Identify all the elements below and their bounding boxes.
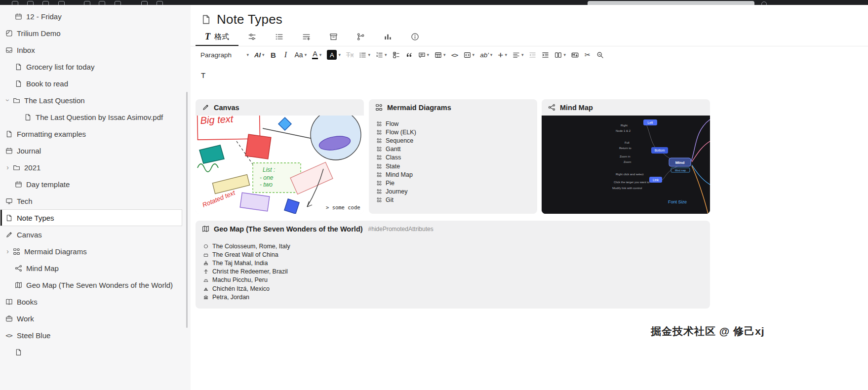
- tree-item-trilium-demo[interactable]: Trilium Demo: [0, 25, 182, 41]
- card-geomap-header[interactable]: Geo Map (The Seven Wonders of the World)…: [196, 221, 710, 237]
- block-quote-button[interactable]: [403, 48, 415, 62]
- expand-chevron-icon[interactable]: ›: [4, 97, 12, 104]
- remove-format-button[interactable]: Tx: [344, 48, 356, 62]
- font-color-dropdown[interactable]: A▾: [310, 48, 323, 62]
- pyramid-icon: [202, 286, 209, 291]
- tree-item-12-friday[interactable]: 12 - Friday: [0, 8, 182, 25]
- tab-basic-properties[interactable]: [238, 28, 266, 46]
- mermaid-item-mind-map[interactable]: Mind Map: [376, 170, 530, 179]
- bookmark-icon[interactable]: [157, 1, 163, 5]
- markdown-button[interactable]: [569, 48, 581, 62]
- note-title[interactable]: Note Types: [217, 12, 282, 27]
- tree-item-canvas[interactable]: Canvas: [0, 226, 182, 243]
- mermaid-item-state[interactable]: State: [376, 162, 530, 170]
- tree-item-grocery-list-for-today[interactable]: Grocery list for today: [0, 58, 182, 75]
- subscript-dropdown[interactable]: ab'▾: [478, 48, 494, 62]
- tree-item-mind-map[interactable]: Mind Map: [0, 260, 182, 276]
- mermaid-list: FlowFlow (ELK)SequenceGanttClassStateMin…: [369, 116, 537, 204]
- tree-item-day-template[interactable]: Day template: [0, 176, 182, 193]
- numbered-list-dropdown[interactable]: ▾: [374, 48, 389, 62]
- code-block-dropdown[interactable]: ▾: [462, 48, 477, 62]
- geo-item-christ-the-redeemer-brazil[interactable]: Christ the Redeemer, Brazil: [202, 268, 703, 276]
- tree-item-label: Inbox: [17, 46, 35, 54]
- help-icon[interactable]: [761, 1, 767, 5]
- note-content[interactable]: T: [191, 63, 868, 79]
- tree-item-the-last-question[interactable]: ›The Last Question: [0, 92, 182, 109]
- card-mermaid-header[interactable]: Mermaid Diagrams: [369, 99, 537, 116]
- geo-item-the-great-wall-of-china[interactable]: The Great Wall of China: [202, 250, 703, 259]
- geo-item-the-taj-mahal-india[interactable]: The Taj Mahal, India: [202, 259, 703, 267]
- tree-item-geo-map-the-seven-wonders-of-the-world[interactable]: Geo Map (The Seven Wonders of the World): [0, 276, 182, 293]
- paragraph-dropdown[interactable]: Paragraph▾: [198, 48, 251, 62]
- card-mindmap-header[interactable]: Mind Map: [542, 99, 710, 116]
- calendar-icon: [14, 13, 23, 20]
- geo-item-petra-jordan[interactable]: Petra, Jordan: [202, 293, 703, 301]
- quick-search-input[interactable]: [588, 1, 754, 5]
- new-tab-icon[interactable]: [58, 1, 65, 5]
- tree-item-mermaid-diagrams[interactable]: ›Mermaid Diagrams: [0, 243, 182, 260]
- tree-item-label: Books: [17, 298, 38, 306]
- tree-item-note-types[interactable]: Note Types: [0, 209, 182, 226]
- tree-item-book-to-read[interactable]: Book to read: [0, 75, 182, 92]
- tree-item-steel-blue[interactable]: <>Steel Blue: [0, 327, 182, 344]
- card-title: Geo Map (The Seven Wonders of the World): [214, 225, 363, 233]
- mermaid-item-flow[interactable]: Flow: [376, 119, 530, 128]
- mermaid-item-sequence[interactable]: Sequence: [376, 136, 530, 145]
- tab-owned-attributes[interactable]: [266, 28, 293, 46]
- history-forward-icon[interactable]: [42, 1, 49, 5]
- calendar-today-icon[interactable]: [84, 1, 90, 5]
- inline-code-button[interactable]: <>: [449, 48, 460, 62]
- find-replace-button[interactable]: [594, 48, 606, 62]
- history-back-icon[interactable]: [27, 1, 34, 5]
- table-icon: [434, 51, 442, 59]
- background-color-dropdown[interactable]: A▾: [325, 48, 343, 62]
- bulleted-list-dropdown[interactable]: ▾: [357, 48, 372, 62]
- window-icon[interactable]: [141, 1, 148, 5]
- tree-item-20[interactable]: [0, 344, 182, 360]
- menu-icon[interactable]: [12, 1, 18, 5]
- command-icon[interactable]: [115, 1, 121, 5]
- tree-item-2021[interactable]: ›2021: [0, 159, 182, 176]
- indent-button[interactable]: [540, 48, 551, 62]
- tree-item-inbox[interactable]: Inbox: [0, 41, 182, 58]
- mermaid-item-class[interactable]: Class: [376, 154, 530, 162]
- tree-item-work[interactable]: Work: [0, 310, 182, 327]
- tab-note-info[interactable]: [401, 28, 429, 46]
- tree-item-formatting-examples[interactable]: Formatting examples: [0, 125, 182, 142]
- tree-item-journal[interactable]: Journal: [0, 142, 182, 159]
- mermaid-item-pie[interactable]: Pie: [376, 179, 530, 187]
- geo-item-the-colosseum-rome-italy[interactable]: The Colosseum, Rome, Italy: [202, 242, 703, 250]
- tab-format[interactable]: T格式: [196, 28, 238, 46]
- search-icon[interactable]: [99, 1, 105, 5]
- alignment-dropdown[interactable]: ▾: [511, 48, 526, 62]
- ai-dropdown[interactable]: AI▾: [252, 48, 267, 62]
- geo-item-machu-picchu-peru[interactable]: Machu Picchu, Peru: [202, 276, 703, 284]
- expand-chevron-icon[interactable]: ›: [4, 163, 11, 171]
- mermaid-item-journey[interactable]: Journey: [376, 188, 530, 196]
- expand-chevron-icon[interactable]: ›: [4, 247, 11, 255]
- card-canvas-header[interactable]: Canvas: [196, 99, 364, 116]
- tree-item-books[interactable]: Books: [0, 293, 182, 310]
- italic-button[interactable]: I: [280, 48, 291, 62]
- layout-dropdown[interactable]: ▾: [552, 48, 568, 62]
- mermaid-item-git[interactable]: Git: [376, 196, 530, 204]
- mermaid-item-flow-elk[interactable]: Flow (ELK): [376, 128, 530, 136]
- tab-note-map[interactable]: [347, 28, 374, 46]
- geo-item-label: Christ the Redeemer, Brazil: [212, 268, 288, 275]
- mermaid-item-gantt[interactable]: Gantt: [376, 145, 530, 154]
- tree-scrollbar[interactable]: [186, 92, 188, 328]
- admonition-dropdown[interactable]: ▾: [416, 48, 432, 62]
- cut-to-note-button[interactable]: ✂: [582, 48, 593, 62]
- geo-item-chich-n-itz-mexico[interactable]: Chichén Itzá, Mexico: [202, 284, 703, 293]
- bold-button[interactable]: B: [268, 48, 279, 62]
- insert-table-dropdown[interactable]: ▾: [433, 48, 448, 62]
- tree-item-tech[interactable]: Tech: [0, 193, 182, 209]
- tab-similar-notes[interactable]: [374, 28, 401, 46]
- insert-dropdown[interactable]: +▾: [496, 48, 509, 62]
- tab-inherited-attributes[interactable]: [293, 28, 320, 46]
- todo-list-button[interactable]: [391, 48, 402, 62]
- tree-item-the-last-question-by-issac-asimov-pdf[interactable]: The Last Question by Issac Asimov.pdf: [0, 109, 182, 125]
- font-size-dropdown[interactable]: Aa▾: [293, 48, 309, 62]
- outdent-button[interactable]: [527, 48, 538, 62]
- tab-note-paths[interactable]: [320, 28, 347, 46]
